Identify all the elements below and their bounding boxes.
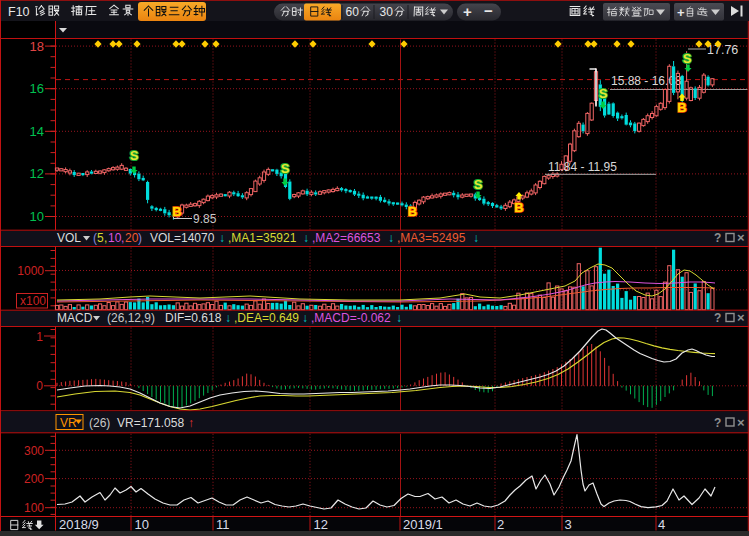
svg-text:100: 100 <box>24 501 44 515</box>
svg-text:↓: ↓ <box>388 231 394 245</box>
svg-text:B: B <box>172 204 181 219</box>
svg-text:2018/9: 2018/9 <box>59 517 99 532</box>
svg-text:30: 30 <box>380 5 394 19</box>
svg-text:+: + <box>677 5 685 20</box>
svg-text:F10: F10 <box>8 5 30 19</box>
svg-text:VOL=14070: VOL=14070 <box>150 231 215 245</box>
svg-text:2: 2 <box>497 517 504 532</box>
svg-text:10: 10 <box>30 209 44 224</box>
svg-text:?: ? <box>714 231 721 245</box>
svg-text:): ) <box>138 231 142 245</box>
svg-text:B: B <box>408 204 417 219</box>
svg-text:↓: ↓ <box>473 231 479 245</box>
svg-text:12: 12 <box>30 166 44 181</box>
svg-text:10: 10 <box>135 517 149 532</box>
svg-text:,: , <box>121 231 124 245</box>
svg-text:12: 12 <box>314 517 328 532</box>
svg-text:VOL: VOL <box>57 231 81 245</box>
svg-text:200: 200 <box>24 472 44 486</box>
svg-text:?: ? <box>714 416 721 430</box>
svg-text:×: × <box>737 415 745 430</box>
svg-text:S: S <box>130 148 139 163</box>
svg-text:10: 10 <box>108 231 122 245</box>
svg-text:,MACD=-0.062: ,MACD=-0.062 <box>311 311 391 325</box>
svg-text:(26,12,9): (26,12,9) <box>107 311 155 325</box>
svg-text:B: B <box>677 100 686 115</box>
svg-text:300: 300 <box>24 444 44 458</box>
svg-text:S: S <box>281 161 290 176</box>
svg-text:3: 3 <box>565 517 572 532</box>
svg-text:1: 1 <box>36 330 43 344</box>
svg-text:S: S <box>599 86 608 101</box>
svg-text:,DEA=0.649: ,DEA=0.649 <box>234 311 299 325</box>
svg-text:↑: ↑ <box>188 416 194 430</box>
svg-text:,MA3=52495: ,MA3=52495 <box>397 231 466 245</box>
svg-text:−: − <box>484 2 493 19</box>
svg-text:↓: ↓ <box>302 311 308 325</box>
svg-text:0: 0 <box>36 379 43 393</box>
svg-text:VR=171.058: VR=171.058 <box>117 416 184 430</box>
svg-text:9.85: 9.85 <box>193 212 217 226</box>
svg-text:5: 5 <box>97 231 104 245</box>
svg-text:20: 20 <box>125 231 139 245</box>
svg-text:S: S <box>474 177 483 192</box>
svg-text:4: 4 <box>658 517 665 532</box>
svg-text:2019/1: 2019/1 <box>403 517 443 532</box>
svg-text:?: ? <box>714 311 721 325</box>
svg-text:B: B <box>514 200 523 215</box>
svg-text:x100: x100 <box>20 294 46 308</box>
svg-text:16: 16 <box>30 81 44 96</box>
svg-text:1000: 1000 <box>17 264 44 278</box>
svg-text:,MA1=35921: ,MA1=35921 <box>228 231 297 245</box>
svg-text:,: , <box>104 231 107 245</box>
svg-text:×: × <box>737 230 745 245</box>
svg-text:+: + <box>463 3 472 20</box>
svg-text:17.76: 17.76 <box>707 43 738 57</box>
svg-text:MACD: MACD <box>57 311 93 325</box>
svg-text:DIF=0.618: DIF=0.618 <box>165 311 222 325</box>
svg-text:14: 14 <box>30 124 44 139</box>
svg-text:11: 11 <box>216 517 230 532</box>
svg-text:↓: ↓ <box>219 231 225 245</box>
svg-text:,MA2=66653: ,MA2=66653 <box>312 231 381 245</box>
svg-text:×: × <box>737 310 745 325</box>
svg-text:↓: ↓ <box>303 231 309 245</box>
svg-text:↓: ↓ <box>396 311 402 325</box>
svg-text:VR: VR <box>60 416 77 430</box>
svg-text:60: 60 <box>346 5 360 19</box>
svg-text:↓: ↓ <box>225 311 231 325</box>
svg-text:S: S <box>683 51 692 66</box>
svg-text:(26): (26) <box>89 416 110 430</box>
svg-text:18: 18 <box>30 39 44 54</box>
svg-text:11.84 - 11.95: 11.84 - 11.95 <box>548 160 617 174</box>
